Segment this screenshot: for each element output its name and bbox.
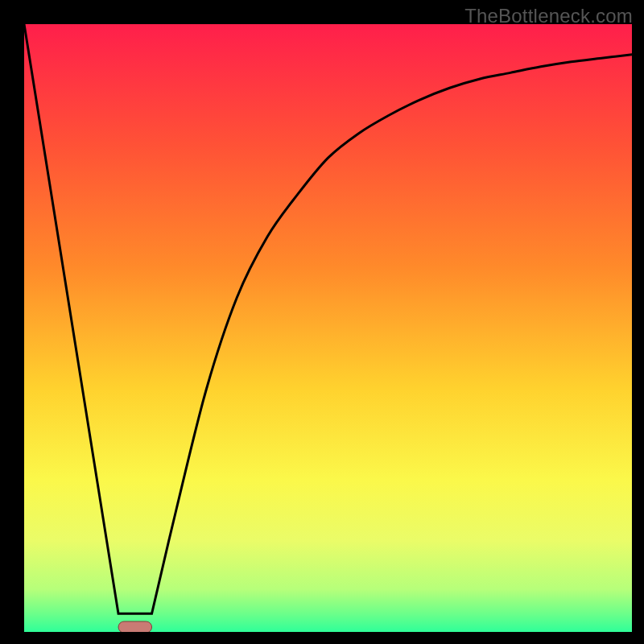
bottleneck-marker	[118, 621, 152, 632]
gradient-background	[24, 24, 632, 632]
bottleneck-chart	[24, 24, 632, 632]
plot-area	[24, 24, 632, 632]
chart-frame: TheBottleneck.com	[0, 0, 644, 644]
watermark-text: TheBottleneck.com	[464, 5, 633, 27]
